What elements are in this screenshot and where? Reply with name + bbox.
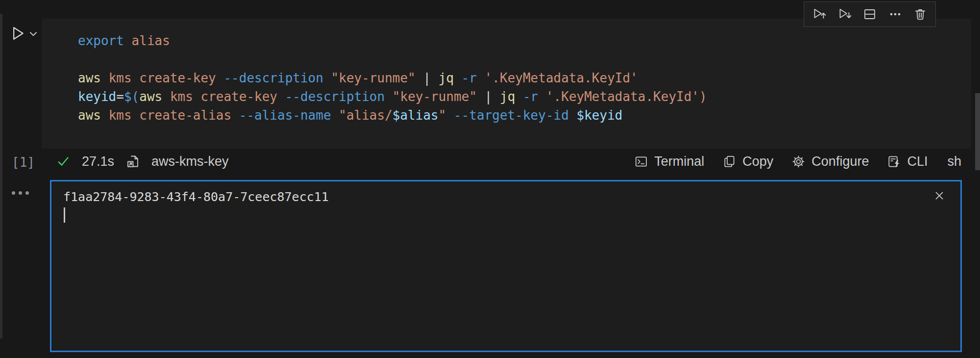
output-menu-button[interactable]	[12, 191, 29, 195]
execution-duration: 27.1s	[82, 154, 114, 169]
execute-above-icon	[811, 6, 827, 22]
execute-below-button[interactable]	[837, 6, 853, 22]
copy-icon	[722, 154, 737, 169]
cell-code-editor[interactable]: export aliasaws kms create-key --descrip…	[42, 19, 971, 149]
run-cell-button[interactable]	[8, 23, 27, 44]
close-output-button[interactable]	[931, 187, 948, 204]
terminal-action[interactable]: Terminal	[634, 154, 704, 169]
trash-icon	[912, 6, 928, 22]
cell-name[interactable]: aws-kms-key	[151, 154, 229, 169]
output-menu-dot	[19, 191, 22, 195]
chevron-down-icon	[28, 28, 39, 39]
gear-icon	[791, 154, 806, 169]
configure-label: Configure	[811, 154, 869, 169]
close-icon	[932, 188, 947, 203]
output-menu-dot	[25, 191, 29, 195]
language-indicator[interactable]: sh	[947, 154, 961, 169]
more-actions-button[interactable]	[887, 6, 903, 22]
status-left-group: 27.1s aws-kms-key	[55, 153, 229, 169]
notebook-editor: export aliasaws kms create-key --descrip…	[0, 0, 980, 358]
code-line: export alias	[78, 31, 971, 50]
code-line: aws kms create-key --description "key-ru…	[78, 69, 971, 87]
ellipsis-icon	[887, 6, 903, 22]
editor-left-edge	[0, 14, 2, 338]
status-right-group: Terminal Copy	[634, 154, 961, 169]
cell-output[interactable]: f1aa2784-9283-43f4-80a7-7ceec87ecc11	[50, 180, 962, 352]
vertical-scrollbar[interactable]	[975, 93, 980, 170]
split-cell-icon	[862, 6, 878, 22]
delete-cell-button[interactable]	[912, 6, 928, 22]
success-check-icon	[55, 153, 71, 169]
split-cell-button[interactable]	[862, 6, 878, 22]
execute-below-icon	[837, 6, 853, 22]
code-block: export aliasaws kms create-key --descrip…	[42, 19, 971, 125]
code-line: aws kms create-alias --alias-name "alias…	[78, 106, 971, 125]
execute-above-button[interactable]	[811, 6, 827, 22]
execution-count: [1]	[12, 155, 35, 170]
code-line: keyid=$(aws kms create-key --description…	[78, 87, 971, 106]
terminal-cursor	[64, 207, 65, 223]
terminal-icon	[634, 154, 649, 169]
configure-action[interactable]: Configure	[791, 154, 869, 169]
output-menu-dot	[12, 191, 15, 195]
cli-label: CLI	[907, 154, 928, 169]
terminal-label: Terminal	[654, 154, 704, 169]
copy-label: Copy	[742, 154, 773, 169]
output-text: f1aa2784-9283-43f4-80a7-7ceec87ecc11	[63, 189, 329, 205]
copy-action[interactable]: Copy	[722, 154, 773, 169]
cell-status-bar: 27.1s aws-kms-key	[42, 149, 971, 174]
code-line	[78, 50, 971, 69]
cell-toolbar	[804, 1, 936, 27]
play-icon	[9, 24, 26, 43]
cli-icon	[886, 154, 902, 169]
run-options-dropdown[interactable]	[27, 28, 39, 39]
go-to-file-icon[interactable]	[125, 153, 141, 169]
cli-action[interactable]: CLI	[886, 154, 928, 169]
